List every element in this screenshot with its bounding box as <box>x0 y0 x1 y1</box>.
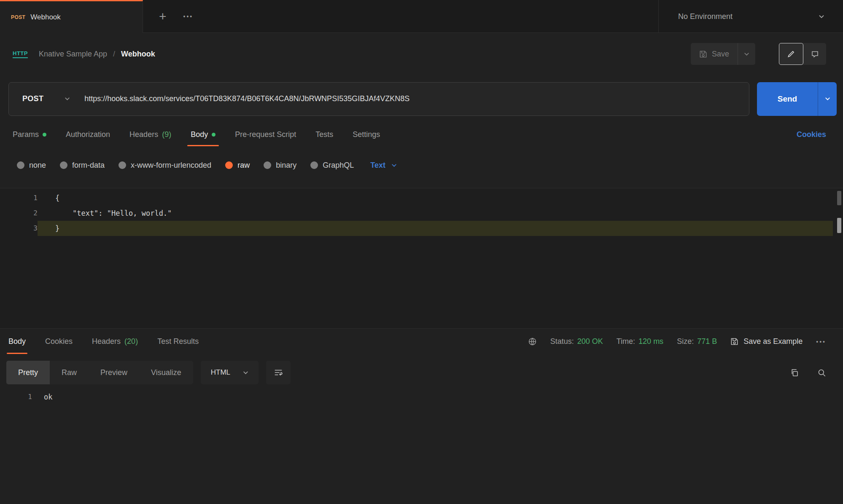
body-type-binary[interactable]: binary <box>264 161 296 170</box>
response-format-label: HTML <box>211 368 230 377</box>
raw-format-selector[interactable]: Text <box>370 161 397 170</box>
response-time: Time: 120 ms <box>617 337 663 346</box>
view-preview-label: Preview <box>100 368 127 377</box>
headers-count: (9) <box>162 130 171 139</box>
new-tab-icon[interactable]: + <box>159 10 167 23</box>
response-tab-headers[interactable]: Headers (20) <box>92 329 138 354</box>
editor-lines: 1 { 2 "text": "Hello, world." 3 } <box>0 188 843 236</box>
chevron-down-icon <box>243 371 248 375</box>
body-type-graphql-label: GraphQL <box>323 161 354 170</box>
breadcrumb-workspace[interactable]: Knative Sample App <box>39 50 107 59</box>
view-visualize[interactable]: Visualize <box>139 361 193 384</box>
editor-line-2: 2 "text": "Hello, world." <box>0 206 843 221</box>
request-tab-bar: POST Webhook + ••• No Environment <box>0 0 843 33</box>
body-type-form-data[interactable]: form-data <box>60 161 105 170</box>
editor-line-3-active: 3 } <box>0 221 843 236</box>
tab-tests[interactable]: Tests <box>315 123 333 146</box>
breadcrumb-separator: / <box>113 50 115 59</box>
tab-method-badge: POST <box>11 14 25 20</box>
chevron-down-icon <box>391 164 397 167</box>
response-format-dropdown[interactable]: HTML <box>201 361 259 384</box>
tab-authorization[interactable]: Authorization <box>66 123 110 146</box>
response-tab-test-results[interactable]: Test Results <box>157 329 199 354</box>
open-request-tab[interactable]: POST Webhook <box>0 0 143 33</box>
line-content: ok <box>32 389 52 405</box>
tab-params-label: Params <box>13 130 39 139</box>
postman-app: POST Webhook + ••• No Environment HTTP K… <box>0 0 843 504</box>
save-as-example-button[interactable]: Save as Example <box>730 337 803 346</box>
request-header: HTTP Knative Sample App / Webhook Save <box>0 33 843 75</box>
line-number: 1 <box>0 389 32 405</box>
tab-title: Webhook <box>30 13 61 21</box>
cookies-link[interactable]: Cookies <box>797 130 826 139</box>
radio-form-data <box>60 161 67 169</box>
editor-scrollbar[interactable] <box>836 188 841 328</box>
response-view-segmented-control: Pretty Raw Preview Visualize <box>6 361 193 384</box>
method-selector[interactable]: POST <box>9 94 84 103</box>
response-meta: Status: 200 OK Time: 120 ms Size: 771 B … <box>528 337 826 346</box>
edit-request-button[interactable] <box>779 43 803 65</box>
radio-none <box>17 161 24 169</box>
view-raw[interactable]: Raw <box>50 361 89 384</box>
body-type-selector-row: none form-data x-www-form-urlencoded raw… <box>0 152 843 179</box>
response-line-1: 1 ok <box>0 389 843 405</box>
response-tab-cookies[interactable]: Cookies <box>45 329 73 354</box>
request-url-row: POST Send <box>0 75 843 123</box>
search-response-button[interactable] <box>817 368 826 377</box>
tab-options-icon[interactable]: ••• <box>183 13 194 20</box>
line-content: "text": "Hello, world." <box>38 206 833 221</box>
copy-response-button[interactable] <box>790 368 799 377</box>
environment-label: No Environment <box>678 12 733 21</box>
body-type-urlencoded[interactable]: x-www-form-urlencoded <box>119 161 211 170</box>
view-preview[interactable]: Preview <box>89 361 139 384</box>
save-icon <box>699 50 707 58</box>
chevron-down-icon <box>744 52 749 56</box>
comments-button[interactable] <box>803 43 826 65</box>
line-number: 3 <box>0 221 38 236</box>
breadcrumb-request-name[interactable]: Webhook <box>121 50 155 59</box>
url-input[interactable] <box>84 94 749 103</box>
request-section-tabs: Params Authorization Headers (9) Body Pr… <box>0 123 843 146</box>
response-tabs: Body Cookies Headers (20) Test Results <box>8 329 199 354</box>
scrollbar-thumb[interactable] <box>837 218 841 233</box>
save-as-example-label: Save as Example <box>743 337 803 346</box>
environment-selector[interactable]: No Environment <box>658 0 843 33</box>
size-value: 771 B <box>697 337 717 346</box>
tab-pre-request-label: Pre-request Script <box>235 130 296 139</box>
response-tab-cookies-label: Cookies <box>45 337 73 346</box>
chevron-down-icon <box>825 97 830 101</box>
save-dropdown-button[interactable] <box>738 52 755 56</box>
save-button[interactable]: Save <box>691 50 738 59</box>
body-type-none[interactable]: none <box>17 161 46 170</box>
radio-graphql <box>310 161 318 169</box>
response-tab-body[interactable]: Body <box>8 329 26 354</box>
save-icon <box>730 338 738 346</box>
request-body-editor[interactable]: 1 { 2 "text": "Hello, world." 3 } <box>0 188 843 329</box>
body-type-graphql[interactable]: GraphQL <box>310 161 354 170</box>
tab-pre-request-script[interactable]: Pre-request Script <box>235 123 296 146</box>
send-button[interactable]: Send <box>757 82 818 116</box>
body-type-raw[interactable]: raw <box>225 161 250 170</box>
status-label: Status: <box>550 337 574 346</box>
text-wrap-icon <box>274 368 283 377</box>
tab-settings[interactable]: Settings <box>353 123 380 146</box>
response-body-viewer[interactable]: 1 ok <box>0 389 843 405</box>
send-button-label: Send <box>778 94 797 104</box>
wrap-lines-button[interactable] <box>266 361 291 384</box>
tab-body[interactable]: Body <box>191 123 215 146</box>
body-type-binary-label: binary <box>276 161 296 170</box>
response-headers-count: (20) <box>124 337 138 346</box>
line-number: 1 <box>0 190 38 206</box>
save-button-group: Save <box>691 43 755 65</box>
view-pretty[interactable]: Pretty <box>6 361 50 384</box>
response-options-icon[interactable]: ••• <box>816 338 826 345</box>
tab-params[interactable]: Params <box>13 123 46 146</box>
save-button-label: Save <box>712 50 729 59</box>
tab-tests-label: Tests <box>315 130 333 139</box>
send-dropdown-button[interactable] <box>818 82 837 116</box>
network-globe-icon[interactable] <box>528 337 537 346</box>
body-type-form-data-label: form-data <box>72 161 105 170</box>
time-label: Time: <box>617 337 635 346</box>
tab-headers[interactable]: Headers (9) <box>129 123 171 146</box>
view-pretty-label: Pretty <box>18 368 38 377</box>
